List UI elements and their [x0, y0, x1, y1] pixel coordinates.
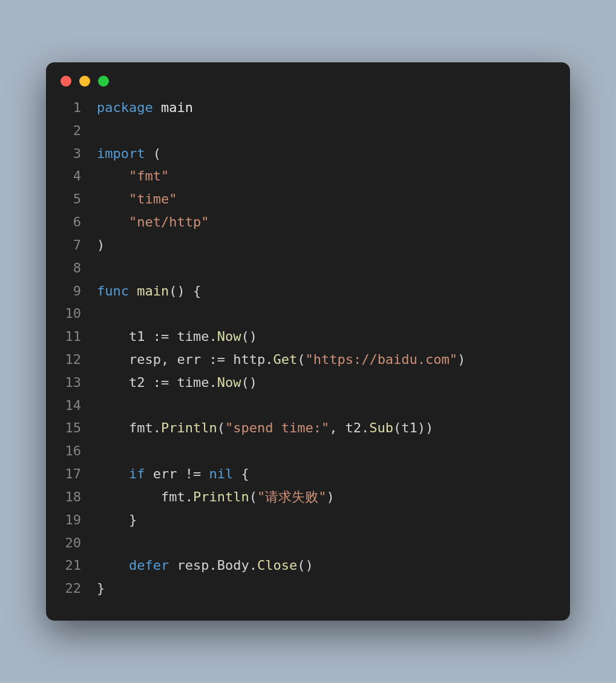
minimize-dot-icon[interactable]: [79, 76, 90, 87]
code-line: 20: [58, 532, 558, 555]
code-line: 6 "net/http": [58, 211, 558, 234]
token-paren: (: [297, 352, 305, 367]
close-dot-icon[interactable]: [61, 76, 71, 87]
line-number: 11: [58, 325, 81, 348]
line-content: import (: [81, 142, 161, 165]
line-content: [81, 532, 97, 555]
token-fn: Now: [217, 375, 241, 390]
token-paren: (): [241, 375, 257, 390]
token-str: "https://baidu.com": [305, 352, 457, 367]
code-line: 5 "time": [58, 188, 558, 211]
token-ident: fmt.: [97, 420, 161, 435]
token-paren: (: [249, 489, 257, 504]
token-kw: func: [97, 283, 129, 299]
line-content: func main() {: [81, 280, 201, 303]
token-ident: [97, 512, 129, 527]
token-white: main: [153, 100, 193, 115]
token-ident: time.: [177, 329, 217, 344]
line-number: 21: [58, 554, 81, 577]
token-ident: t2: [97, 375, 153, 390]
code-line: 1package main: [58, 96, 558, 119]
token-paren: (): [241, 329, 257, 344]
code-line: 14: [58, 394, 558, 417]
token-paren: ): [97, 237, 105, 252]
line-content: [81, 302, 97, 325]
line-content: fmt.Println("spend time:", t2.Sub(t1)): [81, 417, 433, 440]
line-content: if err != nil {: [81, 463, 249, 486]
token-paren: (: [145, 146, 161, 161]
line-number: 1: [58, 96, 81, 119]
token-ident: err: [145, 466, 185, 481]
token-fn: Now: [217, 329, 241, 344]
token-kw: package: [97, 100, 153, 115]
line-content: [81, 257, 97, 280]
line-number: 4: [58, 165, 81, 188]
token-ident: fmt.: [97, 489, 193, 504]
line-number: 19: [58, 509, 81, 532]
line-content: [81, 119, 97, 142]
token-kw: defer: [129, 558, 169, 573]
code-line: 16: [58, 440, 558, 463]
token-nil: nil: [209, 466, 233, 481]
token-paren: (t1)): [393, 420, 433, 435]
code-editor[interactable]: 1package main23import (4 "fmt"5 "time"6 …: [46, 93, 570, 602]
line-number: 16: [58, 440, 81, 463]
code-line: 9func main() {: [58, 280, 558, 303]
token-paren: () {: [169, 283, 201, 299]
token-paren: }: [97, 581, 105, 596]
token-op: !=: [185, 466, 209, 481]
line-number: 14: [58, 394, 81, 417]
token-fn: Close: [257, 558, 297, 573]
line-content: resp, err := http.Get("https://baidu.com…: [81, 348, 465, 371]
code-line: 2: [58, 119, 558, 142]
line-content: t2 := time.Now(): [81, 371, 257, 394]
line-number: 5: [58, 188, 81, 211]
code-line: 18 fmt.Println("请求失败"): [58, 486, 558, 509]
code-line: 10: [58, 302, 558, 325]
token-ident: resp, err: [97, 352, 209, 367]
token-ident: [97, 191, 129, 206]
token-fn: Get: [273, 352, 297, 367]
token-ident: [97, 214, 129, 229]
line-content: [81, 440, 97, 463]
code-line: 17 if err != nil {: [58, 463, 558, 486]
token-paren: }: [129, 512, 137, 527]
line-content: package main: [81, 96, 193, 119]
line-content: "net/http": [81, 211, 209, 234]
code-line: 13 t2 := time.Now(): [58, 371, 558, 394]
code-line: 12 resp, err := http.Get("https://baidu.…: [58, 348, 558, 371]
line-number: 22: [58, 577, 81, 600]
token-kw: if: [129, 466, 145, 481]
token-ident: , t2.: [329, 420, 369, 435]
code-line: 4 "fmt": [58, 165, 558, 188]
token-fn: main: [129, 283, 169, 299]
code-line: 21 defer resp.Body.Close(): [58, 554, 558, 577]
token-str: "net/http": [129, 214, 209, 229]
line-number: 3: [58, 142, 81, 165]
token-ident: resp.Body.: [169, 558, 257, 573]
token-op: :=: [153, 375, 177, 390]
token-op: :=: [209, 352, 233, 367]
token-kw: import: [97, 146, 145, 161]
line-number: 7: [58, 234, 81, 257]
token-op: :=: [153, 329, 177, 344]
token-paren: (): [297, 558, 313, 573]
maximize-dot-icon[interactable]: [98, 76, 109, 87]
line-number: 20: [58, 532, 81, 555]
line-content: [81, 394, 97, 417]
token-paren: ): [457, 352, 465, 367]
line-content: fmt.Println("请求失败"): [81, 486, 335, 509]
line-content: }: [81, 509, 137, 532]
line-number: 17: [58, 463, 81, 486]
token-ident: time.: [177, 375, 217, 390]
code-line: 19 }: [58, 509, 558, 532]
token-ident: [97, 558, 129, 573]
line-content: ): [81, 234, 105, 257]
token-str: "time": [129, 191, 177, 206]
line-content: t1 := time.Now(): [81, 325, 257, 348]
line-number: 10: [58, 302, 81, 325]
line-number: 9: [58, 280, 81, 303]
code-line: 11 t1 := time.Now(): [58, 325, 558, 348]
line-number: 6: [58, 211, 81, 234]
token-str: "请求失败": [257, 489, 327, 504]
